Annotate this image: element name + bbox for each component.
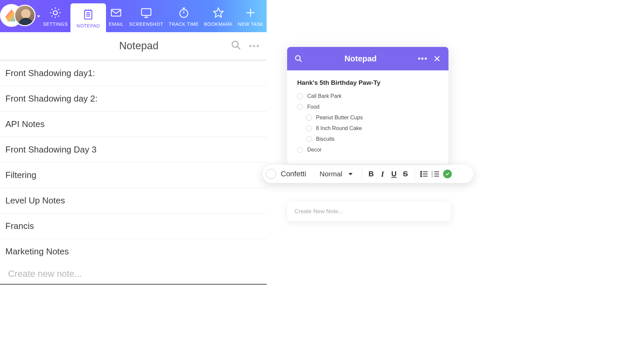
confirm-button[interactable] bbox=[443, 170, 452, 178]
nav-label: BOOKMARK bbox=[204, 21, 232, 27]
checkbox[interactable] bbox=[306, 136, 312, 142]
nav-email[interactable]: EMAIL bbox=[106, 0, 126, 32]
checkbox[interactable] bbox=[306, 125, 312, 131]
checkbox[interactable] bbox=[306, 115, 312, 121]
chevron-down-icon bbox=[348, 173, 353, 175]
select-value: Normal bbox=[320, 170, 342, 178]
notes-list-panel: Notepad ••• Front Shadowing day1:Front S… bbox=[0, 32, 267, 285]
divider bbox=[362, 169, 362, 179]
monitor-icon bbox=[139, 5, 154, 20]
svg-rect-8 bbox=[111, 9, 121, 16]
bold-button[interactable]: B bbox=[366, 169, 376, 179]
plus-icon bbox=[243, 5, 258, 20]
workspace-switcher[interactable] bbox=[0, 0, 40, 32]
nav-bookmark[interactable]: BOOKMARK bbox=[201, 0, 235, 32]
note-row[interactable]: Front Shadowing Day 3 bbox=[0, 137, 267, 163]
checkbox[interactable] bbox=[297, 104, 303, 110]
nav-label: SCREENSHOT bbox=[129, 21, 163, 27]
checkbox[interactable] bbox=[297, 93, 303, 99]
notepad-popup: Notepad ••• Hank's 5th Birthday Paw-Ty C… bbox=[287, 47, 448, 164]
nav-notepad[interactable]: NOTEPAD bbox=[70, 3, 106, 32]
note-title: Hank's 5th Birthday Paw-Ty bbox=[297, 79, 438, 86]
more-options-icon[interactable]: ••• bbox=[249, 41, 260, 51]
create-note-input[interactable] bbox=[294, 208, 443, 215]
divider bbox=[415, 169, 415, 179]
note-row[interactable]: Marketing Notes bbox=[0, 239, 267, 264]
note-row[interactable]: Level Up Notes bbox=[0, 188, 267, 214]
note-row[interactable]: API Notes bbox=[0, 112, 267, 137]
checkbox[interactable] bbox=[266, 169, 276, 179]
strikethrough-button[interactable]: S bbox=[400, 169, 411, 179]
nav-label: TRACK TIME bbox=[169, 21, 199, 27]
note-row[interactable]: Front Shadowing day 2: bbox=[0, 86, 267, 112]
checklist-label: 8 Inch Round Cake bbox=[316, 125, 362, 131]
notes-list-header: Notepad ••• bbox=[0, 32, 267, 60]
user-avatar bbox=[14, 5, 36, 26]
checklist-label: Call Bark Park bbox=[307, 93, 341, 99]
numbered-list-icon[interactable]: 123 bbox=[431, 170, 440, 178]
close-icon[interactable] bbox=[432, 54, 442, 63]
more-options-icon[interactable]: ••• bbox=[418, 54, 428, 63]
nav-label: NEW TASK bbox=[238, 21, 263, 27]
chevron-down-icon bbox=[37, 15, 40, 17]
svg-point-20 bbox=[296, 56, 300, 60]
checklist-item[interactable]: Peanut Butter Cups bbox=[306, 115, 438, 121]
notepad-icon bbox=[81, 7, 96, 22]
divider bbox=[0, 284, 267, 285]
nav-label: EMAIL bbox=[109, 21, 124, 27]
note-row[interactable]: Front Shadowing day1: bbox=[0, 61, 267, 86]
bullet-list-icon[interactable] bbox=[420, 170, 428, 178]
svg-text:3: 3 bbox=[431, 175, 433, 178]
editing-item-text[interactable]: Confetti bbox=[281, 170, 306, 178]
svg-point-24 bbox=[420, 171, 421, 172]
checklist-item[interactable]: 8 Inch Round Cake bbox=[306, 125, 438, 131]
checklist-label: Biscuits bbox=[316, 136, 334, 142]
search-icon[interactable] bbox=[231, 40, 243, 52]
star-icon bbox=[211, 5, 226, 20]
note-row[interactable]: Francis bbox=[0, 214, 267, 239]
checklist-label: Peanut Butter Cups bbox=[316, 115, 363, 121]
checklist-item[interactable]: Biscuits bbox=[306, 136, 438, 142]
checklist-item[interactable]: Food bbox=[297, 104, 438, 110]
svg-line-19 bbox=[237, 47, 240, 49]
checkbox[interactable] bbox=[297, 147, 303, 153]
underline-button[interactable]: U bbox=[389, 169, 399, 179]
text-style-select[interactable]: Normal bbox=[320, 170, 353, 178]
stopwatch-icon bbox=[176, 5, 191, 20]
nav-label: NOTEPAD bbox=[76, 23, 100, 28]
notes-list: Front Shadowing day1:Front Shadowing day… bbox=[0, 61, 267, 264]
top-toolbar: SETTINGS NOTEPAD EMAIL SCREENSHOT TRACK … bbox=[0, 0, 267, 32]
nav-screenshot[interactable]: SCREENSHOT bbox=[126, 0, 166, 32]
create-note-card[interactable] bbox=[287, 202, 451, 221]
popup-body: Hank's 5th Birthday Paw-Ty Call Bark Par… bbox=[287, 70, 448, 164]
nav-label: SETTINGS bbox=[43, 21, 68, 27]
search-icon[interactable] bbox=[294, 54, 303, 63]
svg-point-28 bbox=[420, 176, 421, 177]
page-title: Notepad bbox=[7, 40, 231, 52]
popup-header: Notepad ••• bbox=[287, 47, 448, 70]
italic-button[interactable]: I bbox=[378, 169, 388, 179]
svg-rect-9 bbox=[142, 9, 151, 15]
text-format-toolbar: Confetti Normal B I U S 123 bbox=[263, 165, 473, 183]
checklist-item[interactable]: Call Bark Park bbox=[297, 93, 438, 99]
nav-settings[interactable]: SETTINGS bbox=[40, 0, 70, 32]
checklist-label: Decor bbox=[307, 147, 322, 153]
checklist-item[interactable]: Decor bbox=[297, 147, 438, 153]
popup-title: Notepad bbox=[303, 54, 418, 63]
email-icon bbox=[109, 5, 123, 20]
svg-point-26 bbox=[420, 173, 421, 174]
svg-point-18 bbox=[232, 41, 238, 47]
gear-icon bbox=[48, 5, 63, 20]
svg-point-0 bbox=[53, 11, 57, 15]
nav-newtask[interactable]: NEW TASK bbox=[235, 0, 266, 32]
create-note-input[interactable] bbox=[0, 264, 267, 284]
note-row[interactable]: Filtering bbox=[0, 163, 267, 188]
checklist-label: Food bbox=[307, 104, 319, 110]
svg-line-21 bbox=[300, 60, 302, 62]
nav-tracktime[interactable]: TRACK TIME bbox=[166, 0, 202, 32]
